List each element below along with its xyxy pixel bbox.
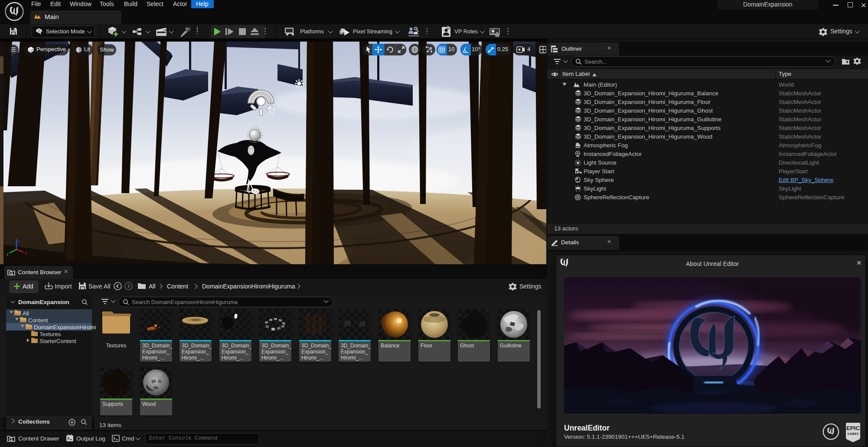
- svg-text:x: x: [25, 251, 27, 255]
- svg-text:z: z: [18, 239, 20, 243]
- svg-text:EPIC: EPIC: [846, 425, 860, 431]
- svg-text:y: y: [7, 252, 9, 256]
- svg-text:GAMES: GAMES: [847, 432, 859, 435]
